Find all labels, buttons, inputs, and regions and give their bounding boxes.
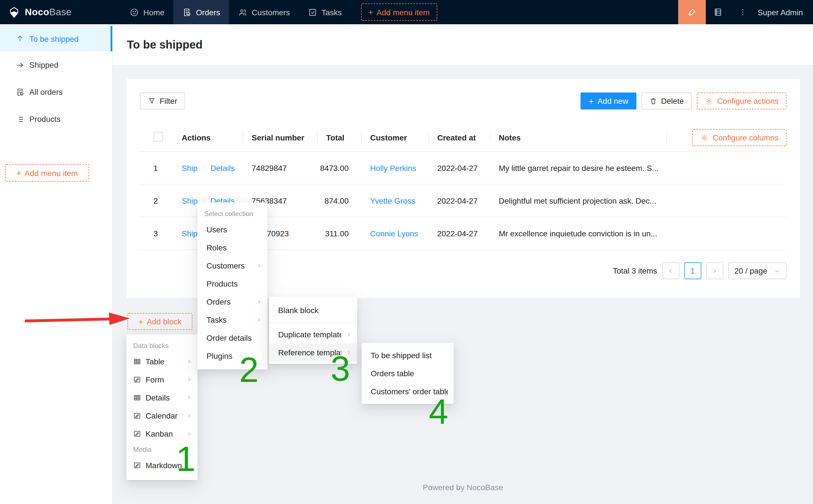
chevron-right-icon [346, 332, 351, 337]
plus-icon: + [16, 169, 21, 177]
page-1-button[interactable]: 1 [684, 262, 701, 279]
cell-created-at: 2022-04-27 [428, 196, 490, 205]
chevron-down-icon [774, 268, 780, 274]
table-row[interactable]: 1 ShipDetails 74829847 8473.00 Holly Per… [140, 152, 786, 184]
ui-editor-button[interactable] [678, 0, 706, 24]
nav-item-customers[interactable]: Customers [229, 0, 299, 24]
cell-serial: 74829847 [243, 163, 317, 172]
more-menu-button[interactable] [731, 0, 755, 24]
prev-page-button[interactable] [662, 262, 679, 279]
select-collection-menu: Select collection Users Roles Customers … [197, 203, 267, 369]
collections-manager-button[interactable] [706, 0, 731, 24]
customer-link[interactable]: Connie Lyons [370, 229, 418, 238]
menu-item-table[interactable]: Table [126, 353, 197, 371]
menu-item-blank-block[interactable]: Blank block [269, 300, 357, 320]
main-nav: Home Orders Customers Tasks [121, 0, 437, 24]
nav-item-tasks[interactable]: Tasks [299, 0, 351, 24]
current-user-menu[interactable]: Super Admin [755, 8, 813, 17]
chevron-right-icon [711, 268, 718, 274]
customer-link[interactable]: Holly Perkins [370, 163, 416, 172]
chevron-right-icon [256, 317, 262, 323]
add-block-button[interactable]: + Add block [128, 313, 192, 330]
column-header-serial[interactable]: Serial number [243, 133, 317, 142]
chevron-right-icon [186, 359, 192, 364]
column-header-created-at[interactable]: Created at [428, 133, 490, 142]
logo-cube-icon [8, 6, 20, 18]
gear-icon [705, 97, 713, 105]
menu-item-duplicate-template[interactable]: Duplicate template [269, 325, 357, 344]
menu-group-header: Data blocks [126, 339, 197, 353]
menu-item-roles[interactable]: Roles [197, 239, 267, 257]
trash-icon [649, 97, 657, 105]
chevron-right-icon [186, 377, 192, 382]
cell-notes: Delightful met sufficient projection ask… [490, 196, 666, 205]
cell-total: 874.00 [317, 196, 361, 205]
chevron-left-icon [667, 268, 674, 274]
cell-total: 8473.00 [317, 163, 361, 172]
configure-actions-button[interactable]: Configure actions [697, 93, 786, 109]
sidebar-item-shipped[interactable]: Shipped [0, 51, 112, 78]
toolbar-actions: + Add new Delete Configure actions [581, 93, 786, 109]
delete-button[interactable]: Delete [641, 93, 692, 109]
column-header-notes[interactable]: Notes [490, 133, 666, 142]
calendar-icon [133, 412, 141, 420]
chevron-right-icon [256, 299, 262, 305]
customer-link[interactable]: Yvette Gross [370, 196, 415, 205]
table-icon [133, 394, 141, 402]
step-annotation-4: 4 [429, 394, 448, 429]
ship-link[interactable]: Ship [182, 196, 197, 205]
ship-link[interactable]: Ship [182, 163, 197, 172]
row-index: 3 [140, 229, 173, 238]
form-icon [133, 376, 141, 384]
menu-item-orders-table[interactable]: Orders table [362, 364, 454, 382]
chevron-right-icon [186, 413, 192, 419]
column-header-total[interactable]: Total [317, 133, 361, 142]
unordered-list-icon [16, 115, 24, 123]
menu-item-order-details[interactable]: Order details [197, 329, 267, 347]
nav-item-orders[interactable]: Orders [173, 0, 229, 24]
filter-button[interactable]: Filter [140, 93, 185, 109]
arrow-right-icon [16, 61, 24, 69]
nav-add-menu-item-button[interactable]: + Add menu item [361, 3, 437, 21]
cell-total: 311.00 [317, 229, 361, 238]
arrow-up-icon [16, 34, 24, 43]
page-size-select[interactable]: 20 / page [728, 262, 786, 279]
nav-item-label: Tasks [322, 8, 342, 17]
sidebar-item-all-orders[interactable]: All orders [0, 78, 112, 105]
add-new-button[interactable]: + Add new [581, 93, 636, 109]
sidebar-item-products[interactable]: Products [0, 105, 112, 133]
menu-item-details[interactable]: Details [126, 389, 197, 407]
select-all-checkbox[interactable] [153, 132, 163, 142]
cell-created-at: 2022-04-27 [428, 163, 490, 172]
menu-item-customers[interactable]: Customers [197, 257, 267, 275]
plus-icon: + [589, 97, 594, 105]
table-icon [133, 358, 141, 366]
page-header: To be shipped [113, 24, 813, 65]
sidebar-item-to-be-shipped[interactable]: To be shipped [0, 26, 112, 51]
ship-link[interactable]: Ship [182, 229, 197, 238]
menu-item-to-be-shipped-list[interactable]: To be shipped list [362, 346, 454, 364]
nav-item-home[interactable]: Home [121, 0, 173, 24]
menu-item-orders[interactable]: Orders [197, 293, 267, 311]
menu-item-tasks[interactable]: Tasks [197, 311, 267, 329]
red-arrow-annotation [23, 310, 131, 328]
column-header-customer[interactable]: Customer [361, 133, 428, 142]
team-icon [238, 8, 247, 17]
highlighter-icon [687, 7, 697, 17]
row-index: 1 [140, 163, 173, 172]
menu-item-products[interactable]: Products [197, 275, 267, 293]
next-page-button[interactable] [706, 262, 723, 279]
sidebar-add-menu-item-button[interactable]: + Add menu item [5, 164, 89, 182]
menu-item-form[interactable]: Form [126, 371, 197, 389]
configure-columns-button[interactable]: Configure columns [693, 129, 786, 146]
app-window: NocoBase Home Orders Customers [0, 0, 813, 504]
nav-item-label: Customers [252, 8, 290, 17]
nocobase-logo[interactable]: NocoBase [0, 6, 107, 18]
cell-notes: My little garret repair to desire he est… [490, 163, 666, 172]
menu-item-users[interactable]: Users [197, 221, 267, 239]
sidebar: To be shipped Shipped All orders Product… [0, 24, 113, 504]
database-icon [713, 7, 723, 17]
column-header-actions[interactable]: Actions [173, 133, 243, 142]
details-link[interactable]: Details [210, 163, 235, 172]
menu-item-calendar[interactable]: Calendar [126, 407, 197, 425]
